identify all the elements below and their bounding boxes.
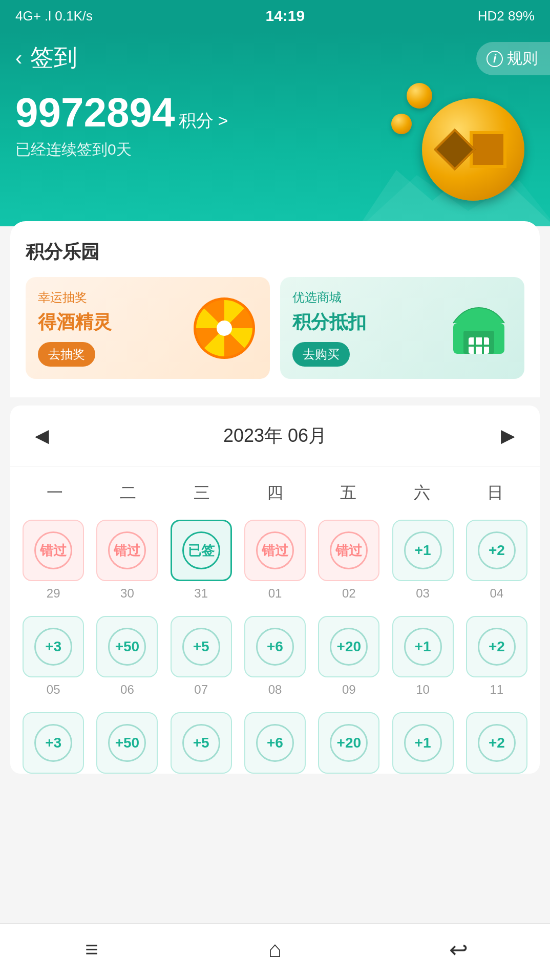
battery-text: HD2 89%: [478, 8, 535, 24]
day-number: 29: [47, 586, 60, 601]
calendar-week2: +305+5006+507+608+2009+110+211: [10, 611, 540, 707]
future-label: +5: [182, 724, 220, 762]
coin-inner: [434, 129, 476, 171]
missed-label: 错过: [108, 531, 146, 569]
weekday-sat: 六: [388, 477, 456, 509]
day-number: 08: [268, 683, 282, 697]
lucky-subtitle: 幸运抽奖: [38, 289, 191, 306]
shop-svg-icon: [448, 297, 510, 359]
future-label: +20: [330, 628, 368, 666]
future-label: +3: [34, 628, 72, 666]
calendar-nav: ◀ 2023年 06月 ▶: [10, 406, 540, 466]
calendar-day-11[interactable]: +211: [464, 616, 530, 697]
calendar-day-29[interactable]: 错过29: [20, 520, 86, 601]
weekday-tue: 二: [94, 477, 162, 509]
menu-button[interactable]: ≡: [71, 934, 112, 965]
calendar-day-10[interactable]: +110: [390, 616, 455, 697]
coin-decoration: [391, 83, 535, 216]
lucky-draw-icon: [191, 295, 258, 361]
future-label: +3: [34, 724, 72, 762]
day-number: 04: [490, 586, 504, 601]
day-number: 31: [194, 586, 208, 601]
calendar-day-31[interactable]: 已签31: [168, 520, 234, 601]
next-month-button[interactable]: ▶: [497, 421, 519, 451]
points-display[interactable]: 9972894 积分 >: [15, 89, 228, 136]
day-number: 07: [194, 683, 208, 697]
shop-btn[interactable]: 去购买: [292, 342, 350, 367]
wheel-center: [217, 321, 232, 336]
calendar-day-06[interactable]: +5006: [94, 616, 160, 697]
status-right: HD2 89%: [478, 8, 535, 24]
page-title: 签到: [30, 42, 77, 74]
calendar-day-09[interactable]: +2009: [316, 616, 382, 697]
lucky-btn[interactable]: 去抽奖: [38, 342, 95, 367]
calendar-day-12[interactable]: +312: [20, 712, 86, 774]
status-bar: 4G+ .l 0.1K/s 14:19 HD2 89%: [0, 0, 550, 32]
shop-subtitle: 优选商城: [292, 289, 446, 306]
calendar-day-13[interactable]: +5013: [94, 712, 160, 774]
future-label: +1: [404, 628, 442, 666]
park-items: 幸运抽奖 得酒精灵 去抽奖 优选商城 积分抵扣 去购买: [26, 277, 524, 379]
day-number: 09: [342, 683, 356, 697]
back-button[interactable]: ‹: [15, 47, 22, 70]
calendar-day-08[interactable]: +608: [242, 616, 308, 697]
future-label: +2: [478, 724, 516, 762]
calendar-week1: 错过29错过30已签31错过01错过02+103+204: [10, 515, 540, 611]
future-label: +1: [404, 531, 442, 569]
future-label: +5: [182, 628, 220, 666]
home-button[interactable]: ⌂: [255, 934, 295, 965]
calendar-day-16[interactable]: +2016: [316, 712, 382, 774]
calendar-day-18[interactable]: +218: [464, 712, 530, 774]
day-number: 11: [490, 683, 504, 697]
points-value: 9972894: [15, 89, 175, 136]
future-label: +50: [108, 724, 146, 762]
calendar-section: ◀ 2023年 06月 ▶ 一 二 三 四 五 六 日 错过29错过30已签31…: [10, 406, 540, 774]
future-label: +2: [478, 628, 516, 666]
missed-label: 错过: [34, 531, 72, 569]
calendar-day-02[interactable]: 错过02: [316, 520, 382, 601]
lucky-draw-item[interactable]: 幸运抽奖 得酒精灵 去抽奖: [26, 277, 270, 379]
calendar-day-03[interactable]: +103: [390, 520, 455, 601]
calendar-day-15[interactable]: +615: [242, 712, 308, 774]
calendar-day-07[interactable]: +507: [168, 616, 234, 697]
weekday-thu: 四: [241, 477, 309, 509]
prev-month-button[interactable]: ◀: [31, 421, 53, 451]
info-icon: i: [486, 51, 503, 67]
weekday-sun: 日: [461, 477, 530, 509]
weekday-wed: 三: [167, 477, 236, 509]
points-unit: 积分: [179, 109, 214, 133]
day-number: 30: [120, 586, 134, 601]
day-number: 05: [47, 683, 60, 697]
lucky-draw-left: 幸运抽奖 得酒精灵 去抽奖: [38, 289, 191, 367]
future-label: +1: [404, 724, 442, 762]
header-top: ‹ 签到: [15, 42, 535, 74]
header-section: ‹ 签到 i 规则 9972894 积分 > 已经连续签到0天: [0, 32, 550, 226]
points-arrow: >: [218, 111, 228, 131]
back-nav-button[interactable]: ↩: [438, 934, 479, 965]
calendar-day-04[interactable]: +204: [464, 520, 530, 601]
shop-left: 优选商城 积分抵扣 去购买: [292, 289, 446, 367]
future-label: +6: [256, 628, 294, 666]
status-left: 4G+ .l 0.1K/s: [15, 8, 93, 24]
coin-small-1: [407, 83, 432, 109]
rules-label: 规则: [507, 48, 538, 69]
shop-icon-wrapper: [446, 295, 512, 361]
day-number: 03: [416, 586, 430, 601]
bottom-nav: ≡ ⌂ ↩: [0, 923, 550, 980]
rules-button[interactable]: i 规则: [476, 42, 550, 75]
calendar-week3: +312+5013+514+615+2016+117+218: [10, 707, 540, 774]
signed-label: 已签: [182, 531, 220, 569]
park-title: 积分乐园: [26, 240, 524, 265]
shop-item[interactable]: 优选商城 积分抵扣 去购买: [280, 277, 524, 379]
lucky-title: 得酒精灵: [38, 310, 191, 335]
future-label: +50: [108, 628, 146, 666]
missed-label: 错过: [330, 531, 368, 569]
calendar-day-01[interactable]: 错过01: [242, 520, 308, 601]
status-time: 14:19: [266, 7, 305, 25]
calendar-day-17[interactable]: +117: [390, 712, 455, 774]
calendar-day-14[interactable]: +514: [168, 712, 234, 774]
calendar-month-label: 2023年 06月: [223, 423, 327, 449]
calendar-day-30[interactable]: 错过30: [94, 520, 160, 601]
svg-rect-5: [469, 345, 489, 347]
calendar-day-05[interactable]: +305: [20, 616, 86, 697]
